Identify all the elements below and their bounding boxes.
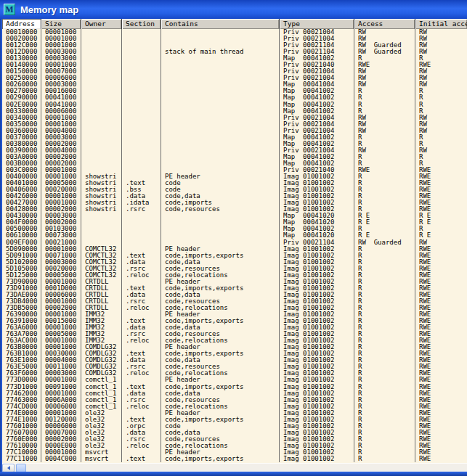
table-row[interactable]: 763B000000001000COMDLG32PE headerImag 01… [2, 344, 467, 350]
table-row[interactable]: 0029000000041000Map 00041002RR [2, 94, 467, 101]
table-row[interactable]: 0042600000001000showstri.datacode,dataIm… [2, 193, 467, 200]
title-bar[interactable]: M Memory map [0, 0, 467, 19]
table-row[interactable]: 7760E00000002000ole32.rsrccode,resources… [2, 436, 467, 443]
table-row[interactable]: 73D9000000001000CRTDLLPE headerImag 0100… [2, 279, 467, 285]
table-row[interactable]: 73DB400000001000CRTDLL.rsrccode,resource… [2, 298, 467, 305]
table-row[interactable]: 73DAE00000006000CRTDLL.datacode,dataImag… [2, 292, 467, 298]
cell-initial-access: RWE [415, 259, 467, 266]
table-row[interactable]: 0026000000003000Map 00041004RWRW [2, 81, 467, 88]
cell-access: R [354, 390, 415, 397]
table-row[interactable]: 7639000000001000IMM32PE headerImag 01001… [2, 311, 467, 318]
cell-address: 773D1000 [2, 384, 41, 390]
table-row[interactable]: 0037000000003000Map 00041002RR [2, 134, 467, 141]
table-row[interactable]: 003B000000002000Map 00041002RR [2, 160, 467, 167]
table-row[interactable]: 7760700000007000ole32.datacode,dataImag … [2, 430, 467, 436]
table-row[interactable]: 5D10200000003000COMCTL32.datacode,dataIm… [2, 259, 467, 266]
table-row[interactable]: 73D910000001D000CRTDLL.textcode,imports,… [2, 285, 467, 292]
table-row[interactable]: 0001000000001000Priv 00021004RWRW [2, 29, 467, 36]
table-row[interactable]: 763AC00000001000IMM32.reloccode,relocati… [2, 337, 467, 344]
table-row[interactable]: 7639100000015000IMM32.textcode,imports,e… [2, 318, 467, 324]
table-row[interactable]: 7746200000001000comctl_1.datacode,dataIm… [2, 390, 467, 397]
column-header-owner[interactable]: Owner [81, 19, 122, 29]
table-row[interactable]: 0012C00000001000Priv 00021104RW GuardedR… [2, 42, 467, 49]
column-header-type[interactable]: Type [280, 19, 354, 29]
table-row[interactable]: 0042800000002000showstri.rsrccode,resour… [2, 206, 467, 213]
table-row[interactable]: 0012D00000003000stack of main threadPriv… [2, 49, 467, 55]
cell-type: Imag 01001002 [280, 350, 354, 357]
table-row[interactable]: 0027000000016000Map 00041002RR [2, 88, 467, 94]
table-row[interactable]: 0061000000073000Map 00041020R ER E [2, 232, 467, 239]
table-row[interactable]: 5D10500000020000COMCTL32.rsrccode,resour… [2, 266, 467, 272]
table-row[interactable]: 0036000000004000Priv 00021004RWRW [2, 128, 467, 134]
column-header-initial-access[interactable]: Initial access [415, 19, 467, 29]
cell-size: 00001000 [41, 62, 81, 68]
table-row[interactable]: 0002000000001000Priv 00021004RWRW [2, 36, 467, 42]
table-row[interactable]: 5D09100000071000COMCTL32.textcode,import… [2, 253, 467, 259]
table-row[interactable]: 009EF00000021000Priv 00021104RW GuardedR… [2, 239, 467, 246]
table-row[interactable]: 003A000000002000Map 00041002RR [2, 154, 467, 160]
table-row[interactable]: 774630000006A000comctl_1.rsrccode,resour… [2, 397, 467, 403]
table-row[interactable]: 73DB500000002000CRTDLL.reloccode,relocat… [2, 305, 467, 311]
cell-section [122, 160, 161, 167]
cell-section [122, 42, 161, 49]
table-row[interactable]: 0050000000103000Map 00041002RR [2, 226, 467, 232]
table-row[interactable]: 5D09000000001000COMCTL32PE headerImag 01… [2, 246, 467, 253]
column-header-access[interactable]: Access [354, 19, 415, 29]
table-row[interactable]: 763A700000005000IMM32.rsrccode,resources… [2, 331, 467, 337]
table-row[interactable]: 763A600000001000IMM32.datacode,dataImag … [2, 324, 467, 331]
table-row[interactable]: 0040600000020000showstri.bsscodeImag 010… [2, 186, 467, 193]
table-row[interactable]: 004F000000002000Map 00041020R ER E [2, 219, 467, 226]
column-header-section[interactable]: Section [122, 19, 161, 29]
cell-owner: showstri [81, 200, 122, 206]
table-row[interactable]: 0043000000003000Map 00041020R ER E [2, 213, 467, 219]
table-row[interactable]: 774E000000001000ole32PE headerImag 01001… [2, 410, 467, 416]
table-row[interactable]: 0013000000003000Map 00041002RR [2, 55, 467, 62]
table-row[interactable]: 003C000000001000Priv 00021040RWERWE [2, 167, 467, 173]
table-row[interactable]: 773D000000001000comctl_1PE headerImag 01… [2, 377, 467, 383]
table-row[interactable]: 763B100000030000COMDLG32.textcode,import… [2, 350, 467, 357]
cell-type: Priv 00021004 [280, 36, 354, 42]
cell-initial-access: R [415, 102, 467, 108]
cell-owner: IMM32 [81, 337, 122, 344]
table-row[interactable]: 0033000000006000Map 00041002RR [2, 108, 467, 115]
cell-size: 00020000 [41, 266, 81, 272]
column-header-address[interactable]: Address [2, 19, 41, 29]
cell-initial-access: RWE [415, 384, 467, 390]
cell-initial-access: RWE [415, 337, 467, 344]
table-row[interactable]: 77C110000004C000msvcrt.textcode,imports,… [2, 456, 467, 462]
column-header-size[interactable]: Size [41, 19, 81, 29]
table-row[interactable]: 774CD00000006000comctl_1.reloccode,reloc… [2, 403, 467, 410]
cell-section [122, 75, 161, 81]
table-row[interactable]: 0040100000005000showstri.textcodeImag 01… [2, 180, 467, 186]
table-row[interactable]: 7760100000006000ole32.orpccodeImag 01001… [2, 423, 467, 430]
cell-section [122, 167, 161, 173]
table-row[interactable]: 776100000000E000ole32.reloccode,relocati… [2, 443, 467, 449]
cell-section [122, 239, 161, 246]
cell-owner [81, 213, 122, 219]
table-row[interactable]: 77C1000000001000msvcrtPE headerImag 0100… [2, 449, 467, 456]
table-row[interactable]: 0039000000004000Priv 00021004RWRW [2, 147, 467, 154]
table-row[interactable]: 0034000000001000Priv 00021004RWRW [2, 115, 467, 121]
table-row[interactable]: 763E500000011000COMDLG32.rsrccode,resour… [2, 364, 467, 370]
table-row[interactable]: 0014000000001000Priv 00021040RWERWE [2, 62, 467, 68]
cell-initial-access: RW [415, 121, 467, 128]
column-header-contains[interactable]: Contains [161, 19, 280, 29]
cell-type: Map 00041020 [280, 232, 354, 239]
table-row[interactable]: 763F600000003000COMDLG32.reloccode,reloc… [2, 370, 467, 377]
cell-contains [161, 154, 280, 160]
cell-size: 00003000 [41, 213, 81, 219]
table-row[interactable]: 0042700000001000showstri.idatacode,impor… [2, 200, 467, 206]
table-row[interactable]: 0038000000002000Map 00041002RR [2, 141, 467, 147]
table-row[interactable]: 002E000000041000Map 00041002RR [2, 102, 467, 108]
table-row[interactable]: 774E100000120000ole32.textcode,imports,e… [2, 416, 467, 423]
table-row[interactable]: 0035000000001000Priv 00021004RWRW [2, 121, 467, 128]
cell-contains: PE header [161, 377, 280, 383]
table-row[interactable]: 5D12500000005000COMCTL32.reloccode,reloc… [2, 272, 467, 279]
table-row[interactable]: 0015000000007000Priv 00021004RWRW [2, 68, 467, 75]
table-row[interactable]: 763E100000004000COMDLG32.datacode,dataIm… [2, 357, 467, 364]
cell-contains: code,relocations [161, 403, 280, 410]
table-row[interactable]: 773D100000091000comctl_1.textcode,import… [2, 384, 467, 390]
table-row[interactable]: 0025000000006000Priv 00021004RWRW [2, 75, 467, 81]
table-row[interactable]: 0040000000001000showstriPE headerImag 01… [2, 173, 467, 180]
cell-contains: code,data [161, 259, 280, 266]
